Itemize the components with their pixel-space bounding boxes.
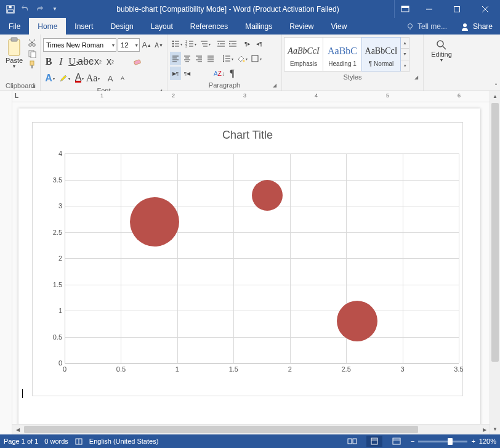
sort-button[interactable]: AZ↓ [212,67,226,80]
tab-design[interactable]: Design [102,18,142,35]
status-words[interactable]: 0 words [44,438,68,445]
tell-me-search[interactable]: Tell me... [400,18,453,35]
tab-layout[interactable]: Layout [142,18,182,35]
rtl-button[interactable]: ◂¶ [254,37,265,51]
styles-scroll-down[interactable]: ▼ [401,49,409,60]
document-scroll-area[interactable]: Chart Title 00.511.522.533.5400.511.522.… [12,102,490,424]
show-marks-button[interactable]: ¶ [227,67,238,80]
zoom-slider[interactable] [418,441,467,442]
font-name-combo[interactable]: Times New Roman▼ [43,38,116,52]
subscript-button[interactable]: x2 [92,55,103,68]
format-painter-button[interactable] [28,60,36,69]
italic-button[interactable]: I [55,55,67,68]
collapse-ribbon-button[interactable]: ˄ [494,83,498,89]
decrease-indent-button[interactable] [216,37,227,51]
text-direction-rl-button[interactable]: ¶◀ [182,67,193,80]
view-web-layout[interactable] [389,436,405,447]
quick-access-toolbar: ▼ [0,2,62,16]
chart-object[interactable]: Chart Title 00.511.522.533.5400.511.522.… [32,122,463,396]
borders-button[interactable]: ▾ [249,52,263,65]
style-heading1[interactable]: AaBbC Heading 1 [323,37,362,71]
save-button[interactable] [4,2,17,16]
status-page[interactable]: Page 1 of 1 [4,438,38,445]
font-size-combo[interactable]: 12▼ [118,38,140,52]
bubble-point[interactable] [130,197,179,246]
change-case-button[interactable]: Aa▾ [87,71,99,85]
bubble-point[interactable] [337,301,377,341]
svg-point-27 [172,46,174,47]
status-proofing[interactable] [75,437,83,446]
shrink-font-button[interactable]: A▼ [153,38,164,52]
svg-rect-19 [31,52,36,58]
hscroll-left[interactable]: ◀ [12,427,23,433]
styles-launcher[interactable]: ◢ [413,74,420,81]
clipboard-icon [6,37,23,57]
maximize-button[interactable] [443,0,470,18]
style-emphasis[interactable]: AaBbCcI Emphasis [284,37,323,71]
paint-bucket-icon [236,54,245,63]
zoom-level[interactable]: 120% [479,438,496,445]
bullets-button[interactable]: ▾ [170,37,183,51]
shading-button[interactable]: ▾ [235,52,249,65]
horizontal-ruler[interactable]: L 123456 [12,91,490,102]
status-language[interactable]: English (United States) [89,438,159,445]
cut-button[interactable] [28,38,36,47]
clipboard-launcher[interactable]: ◢ [30,83,37,90]
paragraph-launcher[interactable]: ◢ [271,82,278,89]
styles-expand[interactable]: ▾ [401,60,409,71]
style-normal[interactable]: AaBbCcI ¶ Normal [361,37,401,71]
text-effects-button[interactable]: A▾ [43,71,57,85]
vscroll-down[interactable]: ▼ [490,424,500,434]
hscroll-right[interactable]: ▶ [479,427,490,433]
editing-button[interactable]: Editing ▼ [431,39,452,62]
view-print-layout[interactable] [366,436,382,447]
tab-review[interactable]: Review [281,18,322,35]
bold-button[interactable]: B [43,55,54,68]
tab-insert[interactable]: Insert [66,18,102,35]
vertical-scrollbar[interactable]: ▲ ▼ [490,91,500,434]
multilevel-list-button[interactable]: ▾ [198,37,212,51]
grow-font-button[interactable]: A▲ [141,38,152,52]
clear-formatting-button[interactable] [131,55,144,68]
text-direction-lr-button[interactable]: ▶¶ [170,67,181,80]
zoom-in-button[interactable]: + [471,438,475,445]
redo-button[interactable] [33,2,47,16]
justify-button[interactable] [205,52,216,65]
close-button[interactable] [470,0,500,18]
undo-button[interactable] [18,2,32,16]
view-read-mode[interactable] [344,436,360,447]
horizontal-scrollbar[interactable]: ◀ ▶ [12,424,490,434]
superscript-button[interactable]: x2 [105,55,116,68]
tab-mailings[interactable]: Mailings [236,18,281,35]
highlight-button[interactable]: ▾ [58,71,71,85]
styles-scroll-up[interactable]: ▲ [401,38,409,49]
ribbon-display-options-button[interactable] [394,0,415,18]
character-scale-up-button[interactable]: A [105,71,116,85]
align-left-button[interactable] [170,52,181,65]
paste-button[interactable]: Paste ▼ [6,37,23,68]
share-button[interactable]: Share [453,18,500,35]
character-scale-down-button[interactable]: A [117,71,128,85]
increase-indent-button[interactable] [227,37,238,51]
tab-view[interactable]: View [323,18,356,35]
align-right-button[interactable] [193,52,204,65]
ltr-button[interactable]: ¶▸ [242,37,253,51]
copy-button[interactable] [28,49,36,58]
strikethrough-button[interactable]: abc [80,55,91,68]
x-tick-label: 1.5 [229,365,238,373]
tab-home[interactable]: Home [29,18,66,35]
line-spacing-button[interactable]: ▾ [221,52,235,65]
align-center-button[interactable] [182,52,193,65]
vertical-ruler[interactable] [0,91,12,434]
bubble-point[interactable] [252,180,283,211]
outdent-icon [217,39,225,48]
qat-customize-button[interactable]: ▼ [48,2,62,16]
zoom-out-button[interactable]: − [411,438,414,445]
numbering-button[interactable]: 123▾ [184,37,198,51]
font-color-button[interactable]: A▾ [73,71,86,85]
tab-references[interactable]: References [182,18,236,35]
multilevel-icon [200,39,208,48]
vscroll-up[interactable]: ▲ [490,91,500,102]
tab-file[interactable]: File [0,18,29,35]
minimize-button[interactable] [415,0,443,18]
